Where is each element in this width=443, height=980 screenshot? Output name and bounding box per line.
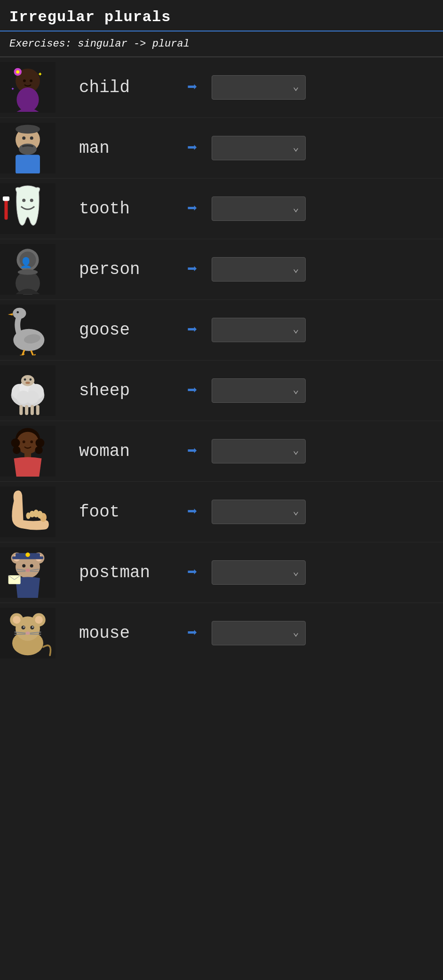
svg-point-55 (11, 439, 20, 447)
exercise-list: ✦ ✦ child➡childrenchildschildes man➡menm… (0, 57, 443, 663)
exercise-item-tooth: tooth➡teethtoothstoothes (0, 179, 443, 239)
svg-point-90 (35, 616, 43, 624)
svg-rect-48 (36, 405, 40, 415)
select-wrapper-child: childrenchildschildes (212, 75, 306, 100)
answer-select-person[interactable]: peoplepersonspersones (212, 257, 306, 282)
svg-point-75 (30, 564, 33, 567)
svg-point-73 (25, 553, 30, 557)
svg-point-29 (13, 308, 26, 319)
answer-select-sheep[interactable]: sheepsheepssheeves (212, 378, 306, 403)
svg-point-40 (25, 391, 39, 404)
word-foot: foot (79, 502, 173, 522)
answer-select-man[interactable]: menmansmanes (212, 136, 306, 160)
arrow-icon-child: ➡ (187, 77, 198, 98)
svg-point-25 (18, 269, 38, 275)
arrow-icon-sheep: ➡ (187, 380, 198, 401)
svg-rect-47 (31, 405, 34, 415)
exercise-item-man: man➡menmansmanes (0, 118, 443, 179)
image-child: ✦ ✦ (0, 62, 55, 113)
image-sheep (0, 365, 55, 416)
svg-point-53 (30, 440, 33, 443)
answer-select-goose[interactable]: geesegoosesgoosies (212, 318, 306, 342)
answer-select-postman[interactable]: postmenpostmanspostmanes (212, 560, 306, 585)
exercise-item-woman: woman➡womenwomanswomanes (0, 421, 443, 482)
arrow-icon-person: ➡ (187, 259, 198, 280)
svg-point-17 (22, 199, 25, 202)
select-wrapper-man: menmansmanes (212, 136, 306, 160)
image-woman (0, 426, 55, 477)
svg-point-5 (23, 79, 26, 82)
answer-select-tooth[interactable]: teethtoothstoothes (212, 196, 306, 221)
svg-point-95 (25, 631, 30, 635)
select-wrapper-foot: feetfootsfooties (212, 500, 306, 524)
page-header: Irregular plurals (0, 0, 443, 31)
arrow-icon-foot: ➡ (187, 502, 198, 522)
svg-point-89 (13, 616, 21, 624)
svg-point-13 (22, 136, 25, 140)
svg-point-64 (26, 512, 30, 519)
svg-text:👤: 👤 (20, 257, 32, 269)
word-postman: postman (79, 563, 173, 582)
arrow-icon-postman: ➡ (187, 562, 198, 583)
svg-rect-20 (3, 196, 9, 201)
image-goose (0, 305, 55, 355)
select-wrapper-postman: postmenpostmanspostmanes (212, 560, 306, 585)
select-wrapper-tooth: teethtoothstoothes (212, 196, 306, 221)
svg-point-76 (25, 569, 30, 572)
svg-point-57 (13, 446, 21, 454)
svg-rect-12 (16, 155, 40, 173)
svg-point-52 (23, 440, 25, 443)
image-foot (0, 486, 55, 537)
svg-point-74 (22, 564, 25, 567)
svg-point-44 (25, 382, 30, 384)
svg-point-92 (30, 626, 34, 629)
arrow-icon-woman: ➡ (187, 441, 198, 462)
select-wrapper-woman: womenwomanswomanes (212, 439, 306, 463)
select-wrapper-sheep: sheepsheepssheeves (212, 378, 306, 403)
exercise-item-child: ✦ ✦ child➡childrenchildschildes (0, 57, 443, 118)
svg-point-93 (24, 627, 24, 627)
svg-rect-59 (0, 486, 55, 537)
image-postman (0, 547, 55, 598)
svg-point-94 (32, 627, 33, 627)
word-sheep: sheep (79, 381, 173, 400)
svg-point-91 (21, 626, 25, 629)
exercise-item-person: 👤 person➡peoplepersonspersones (0, 239, 443, 300)
svg-point-41 (21, 375, 34, 386)
arrow-icon-tooth: ➡ (187, 198, 198, 219)
image-tooth (0, 183, 55, 234)
answer-select-foot[interactable]: feetfootsfooties (212, 500, 306, 524)
svg-text:✦: ✦ (11, 86, 15, 92)
image-person: 👤 (0, 244, 55, 295)
page-container: Irregular plurals Exercises: singular ->… (0, 0, 443, 663)
answer-select-mouse[interactable]: micemousesmices (212, 621, 306, 645)
word-person: person (79, 260, 173, 279)
svg-rect-46 (25, 405, 28, 415)
arrow-icon-goose: ➡ (187, 320, 198, 340)
word-child: child (79, 78, 173, 97)
svg-point-43 (30, 378, 32, 381)
word-goose: goose (79, 321, 173, 340)
word-woman: woman (79, 442, 173, 461)
exercise-item-goose: goose➡geesegoosesgoosies (0, 300, 443, 361)
word-tooth: tooth (79, 199, 173, 219)
answer-select-child[interactable]: childrenchildschildes (212, 75, 306, 100)
arrow-icon-man: ➡ (187, 138, 198, 158)
svg-point-30 (16, 311, 19, 314)
exercise-item-sheep: sheep➡sheepsheepssheeves (0, 361, 443, 421)
word-mouse: mouse (79, 624, 173, 643)
answer-select-woman[interactable]: womenwomanswomanes (212, 439, 306, 463)
page-subtitle: Exercises: singular -> plural (0, 31, 443, 57)
image-mouse (0, 608, 55, 659)
arrow-icon-mouse: ➡ (187, 623, 198, 643)
exercise-item-mouse: mouse➡micemousesmices (0, 603, 443, 663)
word-man: man (79, 139, 173, 158)
page-title: Irregular plurals (9, 8, 434, 26)
select-wrapper-mouse: micemousesmices (212, 621, 306, 645)
exercise-item-postman: postman➡postmenpostmanspostmanes (0, 542, 443, 603)
svg-point-58 (35, 446, 43, 454)
exercise-item-foot: foot➡feetfootsfooties (0, 482, 443, 542)
image-man (0, 123, 55, 173)
svg-point-4 (16, 70, 19, 73)
svg-point-14 (30, 136, 33, 140)
